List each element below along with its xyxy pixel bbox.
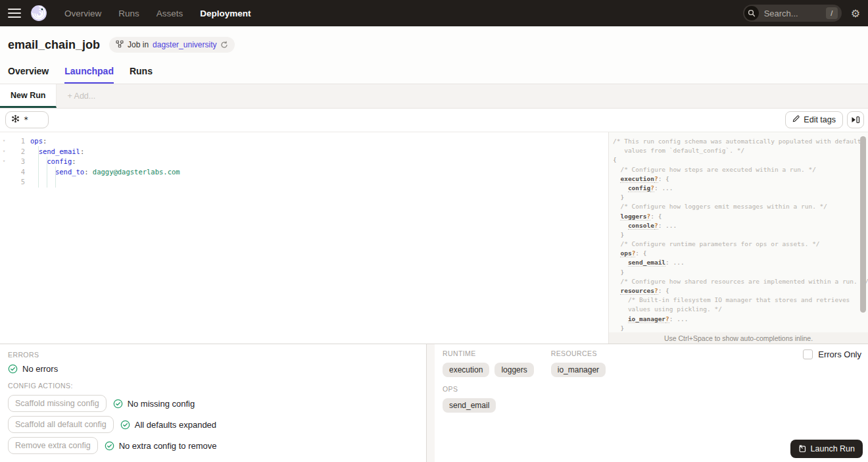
code-line: ▾2 send_email: — [0, 147, 608, 157]
search-shortcut-badge: / — [826, 7, 838, 19]
group-label-resources: RESOURCES — [551, 349, 606, 357]
tag-list: send_email — [443, 398, 860, 413]
fold-gutter — [0, 167, 8, 178]
pencil-icon — [792, 115, 800, 124]
schema-line: /* Built-in filesystem IO manager that s… — [613, 295, 859, 305]
run-config-editor[interactable]: ▾1ops:▾2 send_email:▾3 config:4 send_to:… — [0, 132, 608, 344]
schema-line: } — [613, 324, 859, 333]
op-selector-input[interactable]: * — [5, 111, 49, 128]
schema-line: execution?: { — [613, 174, 859, 184]
schema-line: { — [613, 155, 859, 165]
dagster-logo-icon[interactable] — [30, 5, 47, 22]
expand-panel-icon — [851, 116, 860, 124]
fold-arrow-icon[interactable]: ▾ — [0, 147, 8, 157]
schema-scrollbar[interactable] — [860, 136, 866, 313]
errors-only-toggle[interactable]: Errors Only — [803, 349, 861, 359]
errors-status-text: No errors — [22, 364, 58, 374]
tab-launchpad[interactable]: Launchpad — [64, 66, 114, 84]
line-number: 2 — [8, 147, 25, 157]
schema-line: /* This run config schema was automatica… — [613, 137, 859, 146]
schema-line: send_email: ... — [613, 258, 859, 267]
schema-line: ops?: { — [613, 249, 859, 258]
bottom-panel: ERRORS No errors CONFIG ACTIONS: Scaffol… — [0, 344, 868, 462]
panel-divider[interactable] — [426, 344, 435, 462]
code-line: 5 — [0, 177, 608, 188]
nav-item-overview[interactable]: Overview — [64, 9, 101, 18]
errors-only-label: Errors Only — [818, 349, 861, 359]
op-selector-row: * Edit tags — [0, 109, 868, 132]
group-label-ops: OPS — [443, 385, 860, 393]
config-actions-label: CONFIG ACTIONS: — [8, 382, 418, 390]
config-schema-code: /* This run config schema was automatica… — [609, 132, 868, 344]
dagster-launchpad-page: OverviewRunsAssetsDeployment Search... /… — [0, 0, 868, 462]
run-tab-add[interactable]: + Add... — [57, 84, 106, 108]
job-tabs: OverviewLaunchpadRuns — [8, 66, 153, 84]
nav-item-assets[interactable]: Assets — [157, 9, 183, 18]
fold-arrow-icon[interactable]: ▾ — [0, 136, 8, 147]
config-action-row: Scaffold missing configNo missing config — [8, 395, 418, 412]
remove-extra-config-button[interactable]: Remove extra config — [8, 437, 98, 454]
tag-loggers[interactable]: loggers — [494, 363, 533, 377]
search-icon — [744, 6, 759, 20]
tab-runs[interactable]: Runs — [130, 66, 153, 84]
schema-line: /* Configure how steps are executed with… — [613, 165, 859, 174]
line-text: config: — [25, 157, 76, 167]
schema-line: values using pickling. */ — [613, 305, 859, 314]
config-action-row: Scaffold all default configAll defaults … — [8, 416, 418, 433]
run-tab-strip: New Run+ Add... — [0, 84, 868, 109]
schema-line: config?: ... — [613, 184, 859, 193]
toggle-schema-panel-button[interactable] — [847, 111, 864, 128]
line-number: 4 — [8, 167, 25, 178]
line-text — [25, 177, 30, 188]
search-input[interactable]: Search... / — [743, 5, 842, 22]
config-action-status-text: All defaults expanded — [135, 420, 216, 430]
fold-arrow-icon[interactable]: ▾ — [0, 157, 8, 167]
launch-run-button[interactable]: Launch Run — [790, 440, 863, 458]
tag-send-email[interactable]: send_email — [443, 398, 496, 413]
schema-line: values from `default_config`. */ — [613, 146, 859, 155]
scaffold-missing-config-button[interactable]: Scaffold missing config — [8, 395, 107, 412]
schema-line: } — [613, 230, 859, 240]
launchpad-main: ▾1ops:▾2 send_email:▾3 config:4 send_to:… — [0, 132, 868, 344]
page-title: email_chain_job — [8, 38, 100, 52]
scaffold-all-default-config-button[interactable]: Scaffold all default config — [8, 416, 114, 433]
run-tab-new-run[interactable]: New Run — [0, 84, 57, 108]
check-circle-icon — [113, 399, 123, 409]
edit-tags-label: Edit tags — [804, 115, 836, 124]
line-text: send_to: daggy@dagsterlabs.com — [25, 167, 180, 178]
group-ops: OPSsend_email — [443, 385, 860, 413]
config-action-status: All defaults expanded — [120, 420, 216, 430]
check-circle-icon — [8, 364, 18, 374]
schema-line: loggers?: { — [613, 212, 859, 221]
code-line: ▾3 config: — [0, 157, 608, 167]
errors-section-label: ERRORS — [8, 351, 418, 359]
line-text: ops: — [25, 136, 47, 147]
op-graph-icon — [11, 114, 20, 126]
menu-icon[interactable] — [8, 9, 21, 18]
nav-item-runs[interactable]: Runs — [118, 9, 139, 18]
group-label-runtime: RUNTIME — [443, 349, 534, 357]
tag-list: io_manager — [551, 363, 606, 377]
repo-location-link[interactable]: dagster_university — [153, 40, 216, 49]
config-action-status-text: No extra config to remove — [119, 441, 217, 451]
page-header: email_chain_job Job in dagster_universit… — [0, 26, 868, 84]
errors-status: No errors — [8, 364, 418, 374]
launch-run-label: Launch Run — [811, 444, 855, 453]
reload-icon[interactable] — [220, 41, 228, 49]
errors-only-checkbox[interactable] — [803, 349, 813, 359]
schema-line: /* Configure runtime parameters for ops … — [613, 240, 859, 249]
gear-icon[interactable]: ⚙ — [851, 7, 860, 20]
primary-nav: OverviewRunsAssetsDeployment — [64, 9, 251, 18]
search-placeholder: Search... — [764, 9, 826, 18]
job-graph-icon — [116, 40, 124, 50]
tab-overview[interactable]: Overview — [8, 66, 49, 84]
schema-line: } — [613, 268, 859, 277]
op-selector-value: * — [24, 115, 28, 124]
tag-list: executionloggers — [443, 363, 534, 377]
edit-tags-button[interactable]: Edit tags — [785, 111, 843, 128]
tag-io-manager[interactable]: io_manager — [551, 363, 606, 377]
tag-execution[interactable]: execution — [443, 363, 489, 377]
nav-item-deployment[interactable]: Deployment — [200, 9, 251, 18]
top-navigation-bar: OverviewRunsAssetsDeployment Search... /… — [0, 0, 868, 26]
code-line: 4 send_to: daggy@dagsterlabs.com — [0, 167, 608, 178]
